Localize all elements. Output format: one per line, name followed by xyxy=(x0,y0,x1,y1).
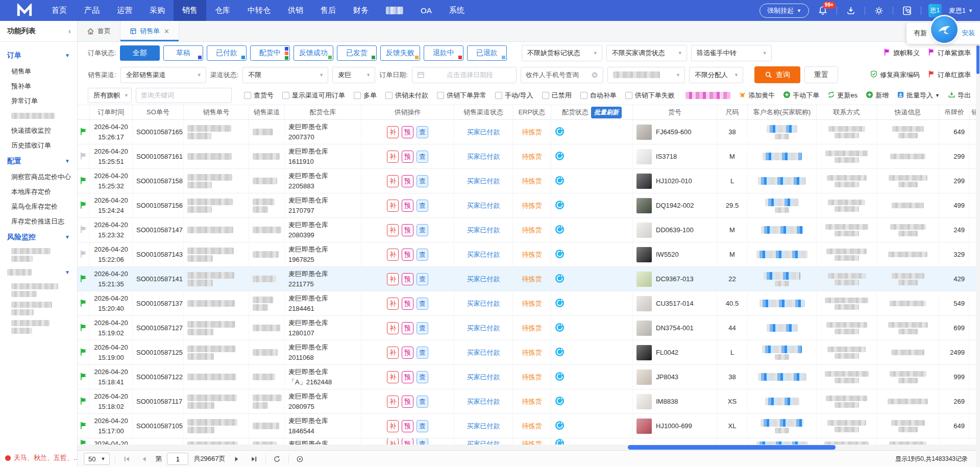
brand-select[interactable]: 麦巨 ▼ xyxy=(332,67,375,83)
notification-bell-button[interactable]: 99+ xyxy=(816,4,829,17)
checkbox-1[interactable]: 显示渠道可用订单 xyxy=(282,91,345,100)
nav-item-12[interactable]: 系统 xyxy=(440,0,473,21)
row-flag-cell[interactable] xyxy=(78,414,90,438)
nav-item-blurred[interactable] xyxy=(377,0,412,21)
nav-item-1[interactable]: 产品 xyxy=(76,0,108,21)
op-button-2[interactable]: 查 xyxy=(416,420,428,432)
dispatch-refresh-icon[interactable] xyxy=(555,151,565,162)
search-button[interactable]: 查询 xyxy=(754,66,800,83)
dispatch-refresh-icon[interactable] xyxy=(555,274,565,285)
status-extra-select-0[interactable]: 不限缺货标记状态▼ xyxy=(522,45,602,61)
op-button-2[interactable]: 查 xyxy=(416,224,428,236)
contact-lookup-button[interactable] xyxy=(900,4,914,17)
op-button-0[interactable]: 补 xyxy=(387,420,399,432)
table-row[interactable]: 2026-04-2015:20:40SO0010587137麦巨即墨仓库2184… xyxy=(78,291,980,316)
table-row[interactable]: 2026-04-2015:17:00SO0010587105麦巨即墨仓库1846… xyxy=(78,414,980,438)
op-button-2[interactable]: 查 xyxy=(416,396,428,408)
status-button-1[interactable]: 草稿 xyxy=(163,45,203,61)
row-flag-cell[interactable] xyxy=(78,267,90,291)
first-page-button[interactable] xyxy=(120,453,133,465)
product-image[interactable] xyxy=(636,272,652,287)
prev-page-button[interactable] xyxy=(138,453,150,465)
op-button-0[interactable]: 补 xyxy=(387,298,399,310)
batch-refresh-button[interactable]: 批量刷新 xyxy=(591,107,622,118)
row-flag-cell[interactable] xyxy=(78,389,90,413)
table-row[interactable]: 2026-04-2015:26:17SO0010587165麦巨即墨仓库2007… xyxy=(78,120,980,144)
date-range-input[interactable]: 点击选择日期段 xyxy=(412,67,517,83)
table-row[interactable]: 2026-04-2015:22:06SO0010587143麦巨即墨仓库1967… xyxy=(78,242,980,267)
table-row[interactable]: 2026-04-2015:21:35SO0010587141麦巨即墨仓库2211… xyxy=(78,267,980,291)
install-button[interactable]: 安装 xyxy=(962,29,975,38)
nav-item-4[interactable]: 销售 xyxy=(174,0,206,21)
sidebar-item-9[interactable]: 本地库存定价 xyxy=(0,184,77,199)
reset-button[interactable]: 重置 xyxy=(804,66,838,83)
nav-item-0[interactable]: 首页 xyxy=(43,0,76,21)
op-button-1[interactable]: 预 xyxy=(402,322,413,334)
column-settings-button[interactable] xyxy=(294,453,306,465)
product-image[interactable] xyxy=(636,394,652,409)
op-button-0[interactable]: 补 xyxy=(387,151,399,163)
sidebar-item-4[interactable] xyxy=(0,108,77,123)
next-page-button[interactable] xyxy=(231,453,243,465)
status-button-7[interactable]: 退款中 xyxy=(424,45,463,61)
op-button-1[interactable]: 预 xyxy=(402,273,413,285)
nav-item-9[interactable]: 财务 xyxy=(345,0,377,21)
user-menu[interactable]: 麦恩1 ▼ xyxy=(949,6,973,15)
op-button-1[interactable]: 预 xyxy=(402,396,413,408)
nav-item-5[interactable]: 仓库 xyxy=(206,0,239,21)
sidebar-item-11[interactable]: 库存定价推送日志 xyxy=(0,214,77,229)
channel-status-select[interactable]: 不限 ▼ xyxy=(242,67,328,83)
last-page-button[interactable] xyxy=(248,453,260,465)
product-image[interactable] xyxy=(636,419,652,434)
row-flag-cell[interactable] xyxy=(78,169,90,193)
op-button-2[interactable]: 查 xyxy=(416,126,428,138)
op-button-2[interactable]: 查 xyxy=(416,249,428,261)
op-button-0[interactable]: 补 xyxy=(387,175,399,187)
product-image[interactable] xyxy=(636,345,652,360)
sidebar-item-5[interactable]: 快递揽收监控 xyxy=(0,123,77,138)
op-button-1[interactable]: 预 xyxy=(402,175,413,187)
checkbox-0[interactable]: 查货号 xyxy=(244,91,274,100)
phone-search-input[interactable]: 收件人手机号查询 xyxy=(521,67,603,83)
checkbox-7[interactable]: 自动补单 xyxy=(580,91,617,100)
sidebar-item-16[interactable] xyxy=(0,299,77,317)
status-button-3[interactable]: 配货中 xyxy=(250,45,290,61)
op-button-1[interactable]: 预 xyxy=(402,249,413,261)
assignee-select[interactable]: 不限分配人 ▼ xyxy=(689,67,743,83)
sidebar-section-7[interactable]: 配置▼ xyxy=(0,153,77,169)
op-button-2[interactable]: 查 xyxy=(416,151,428,163)
table-row[interactable]: 2026-04-2015:19:02SO0010587127麦巨即墨仓库1280… xyxy=(78,316,980,340)
op-button-1[interactable]: 预 xyxy=(402,420,413,432)
horizontal-scrollbar-thumb[interactable] xyxy=(628,445,836,450)
op-button-0[interactable]: 补 xyxy=(387,224,399,236)
product-image[interactable] xyxy=(636,125,652,140)
op-button-1[interactable]: 预 xyxy=(402,126,413,138)
link-旗帜释义[interactable]: 旗帜释义 xyxy=(884,48,920,58)
status-button-5[interactable]: 已发货 xyxy=(337,45,377,61)
op-button-2[interactable]: 查 xyxy=(416,347,428,359)
action-更新es[interactable]: 更新es xyxy=(827,91,857,100)
table-row[interactable]: 2026-04-2015:25:51SO0010587161麦巨即墨仓库1611… xyxy=(78,144,980,169)
sidebar-item-10[interactable]: 菜鸟仓库存定价 xyxy=(0,199,77,214)
action-批量导入[interactable]: 批量导入▼ xyxy=(897,91,940,100)
product-image[interactable] xyxy=(636,296,652,311)
op-button-0[interactable]: 补 xyxy=(387,396,399,408)
row-flag-cell[interactable] xyxy=(78,242,90,266)
row-flag-cell[interactable] xyxy=(78,120,90,144)
force-suspend-button[interactable]: 强制挂起 ▼ xyxy=(760,4,809,18)
page-number-input[interactable] xyxy=(167,453,188,465)
nav-item-6[interactable]: 中转仓 xyxy=(239,0,279,21)
sidebar-item-17[interactable] xyxy=(0,317,77,336)
status-button-6[interactable]: 反馈失败 xyxy=(380,45,420,61)
status-button-0[interactable]: 全部 xyxy=(120,45,160,61)
op-button-0[interactable]: 补 xyxy=(387,347,399,359)
sidebar-item-3[interactable]: 异常订单 xyxy=(0,93,77,108)
dispatch-refresh-icon[interactable] xyxy=(555,323,565,334)
table-row[interactable]: 2026-04-2015:19:00SO0010587125麦巨即墨仓库2011… xyxy=(78,340,980,365)
op-button-2[interactable]: 查 xyxy=(416,200,428,212)
op-button-1[interactable]: 预 xyxy=(402,347,413,359)
row-flag-cell[interactable] xyxy=(78,316,90,340)
table-row[interactable]: 2026-04-2015:23:32SO0010587147麦巨即墨仓库2080… xyxy=(78,218,980,242)
product-image[interactable] xyxy=(636,174,652,189)
op-button-1[interactable]: 预 xyxy=(402,200,413,212)
